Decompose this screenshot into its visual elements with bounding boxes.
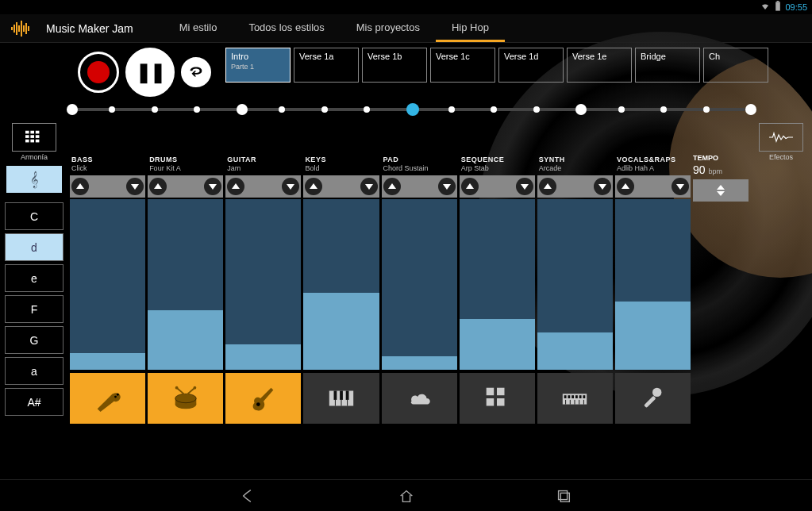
recent-apps-button[interactable] bbox=[552, 485, 575, 507]
track-instrument-button[interactable] bbox=[382, 373, 457, 424]
preset-down-button[interactable] bbox=[126, 178, 144, 195]
preset-up-button[interactable] bbox=[461, 178, 479, 195]
timeline-marker[interactable] bbox=[491, 106, 497, 113]
timeline-marker[interactable] bbox=[660, 106, 667, 113]
preset-down-button[interactable] bbox=[204, 178, 221, 195]
svg-point-26 bbox=[175, 386, 178, 390]
treble-clef-button[interactable]: 𝄞 bbox=[6, 166, 62, 193]
svg-rect-44 bbox=[575, 395, 578, 398]
timeline-marker[interactable] bbox=[703, 106, 710, 113]
status-time: 09:55 bbox=[785, 2, 807, 12]
svg-rect-37 bbox=[497, 388, 505, 396]
track-volume-slider[interactable] bbox=[225, 199, 301, 370]
nav-tab[interactable]: Todos los estilos bbox=[233, 14, 340, 42]
track-instrument-button[interactable] bbox=[70, 373, 145, 424]
loop-button[interactable] bbox=[181, 57, 211, 87]
preset-up-button[interactable] bbox=[149, 178, 167, 195]
timeline-marker[interactable] bbox=[194, 106, 200, 113]
timeline-marker[interactable] bbox=[448, 106, 455, 113]
song-part[interactable]: Verse 1b bbox=[362, 48, 427, 83]
timeline-marker[interactable] bbox=[109, 106, 115, 113]
home-button[interactable] bbox=[395, 485, 418, 507]
nav-tab[interactable]: Mi estilo bbox=[164, 14, 233, 42]
timeline-marker[interactable] bbox=[152, 106, 158, 113]
effects-button[interactable] bbox=[759, 123, 803, 152]
timeline-marker[interactable] bbox=[406, 103, 419, 116]
track-instrument-button[interactable] bbox=[303, 373, 379, 424]
track-instrument-button[interactable] bbox=[225, 373, 301, 424]
pause-button[interactable]: ❚❚ bbox=[125, 48, 175, 97]
timeline-marker[interactable] bbox=[237, 104, 248, 115]
svg-rect-14 bbox=[30, 135, 34, 138]
song-part[interactable]: IntroParte 1 bbox=[225, 48, 291, 83]
track-name: GUITAR bbox=[225, 154, 301, 164]
svg-rect-8 bbox=[25, 23, 27, 34]
preset-up-button[interactable] bbox=[71, 178, 89, 195]
harmony-grid-button[interactable] bbox=[12, 123, 56, 152]
chord-key[interactable]: a bbox=[5, 357, 63, 385]
nav-tab[interactable]: Hip Hop bbox=[436, 14, 505, 42]
preset-down-button[interactable] bbox=[360, 178, 378, 195]
timeline[interactable] bbox=[0, 108, 812, 132]
song-part[interactable]: Verse 1a bbox=[294, 48, 359, 83]
track-instrument-button[interactable] bbox=[148, 373, 223, 424]
timeline-marker[interactable] bbox=[67, 104, 78, 115]
song-part[interactable]: Bridge bbox=[635, 48, 700, 83]
preset-down-button[interactable] bbox=[672, 178, 689, 195]
track-volume-slider[interactable] bbox=[382, 199, 457, 370]
svg-rect-10 bbox=[25, 131, 29, 134]
track-volume-slider[interactable] bbox=[303, 199, 379, 370]
track-instrument-button[interactable] bbox=[460, 373, 535, 424]
chord-key[interactable]: G bbox=[5, 326, 63, 354]
preset-down-button[interactable] bbox=[516, 178, 533, 195]
preset-up-button[interactable] bbox=[305, 178, 322, 195]
tempo-stepper[interactable] bbox=[693, 179, 749, 202]
track-volume-slider[interactable] bbox=[615, 199, 691, 370]
song-part[interactable]: Verse 1d bbox=[498, 48, 564, 83]
timeline-marker[interactable] bbox=[575, 104, 587, 115]
timeline-marker[interactable] bbox=[618, 106, 625, 113]
preset-up-button[interactable] bbox=[539, 178, 556, 195]
track-instrument-button[interactable] bbox=[537, 373, 613, 424]
svg-rect-9 bbox=[28, 26, 29, 31]
svg-rect-39 bbox=[497, 398, 505, 406]
chord-key[interactable]: A# bbox=[5, 388, 63, 416]
svg-rect-1 bbox=[777, 1, 779, 2]
track-preset: Four Kit A bbox=[148, 164, 223, 175]
preset-up-button[interactable] bbox=[227, 178, 244, 195]
back-button[interactable] bbox=[238, 485, 260, 507]
song-part[interactable]: Verse 1e bbox=[567, 48, 632, 83]
preset-down-button[interactable] bbox=[438, 178, 456, 195]
tempo-column: TEMPO90bpm bbox=[693, 154, 749, 424]
track-volume-slider[interactable] bbox=[460, 199, 535, 370]
chord-key[interactable]: e bbox=[5, 264, 63, 292]
chord-key[interactable]: d bbox=[5, 233, 63, 261]
svg-rect-5 bbox=[18, 25, 20, 32]
track-volume-slider[interactable] bbox=[70, 199, 145, 370]
chord-key[interactable]: C bbox=[5, 202, 63, 230]
track-volume-slider[interactable] bbox=[537, 199, 613, 370]
preset-down-button[interactable] bbox=[594, 178, 611, 195]
track-volume-slider[interactable] bbox=[148, 199, 223, 370]
svg-rect-13 bbox=[25, 135, 29, 138]
track-instrument-button[interactable] bbox=[615, 373, 691, 424]
timeline-marker[interactable] bbox=[321, 106, 328, 113]
track-preset-selector bbox=[70, 175, 145, 198]
track-column: GUITARJam bbox=[225, 154, 301, 424]
preset-up-button[interactable] bbox=[617, 178, 634, 195]
song-part[interactable]: Verse 1c bbox=[430, 48, 495, 83]
svg-rect-7 bbox=[23, 25, 25, 32]
timeline-marker[interactable] bbox=[533, 106, 540, 113]
timeline-marker[interactable] bbox=[279, 106, 285, 113]
timeline-marker[interactable] bbox=[745, 104, 756, 115]
harmony-label: Armonía bbox=[21, 153, 48, 161]
nav-tab[interactable]: Mis proyectos bbox=[341, 14, 436, 42]
track-preset: Click bbox=[70, 164, 145, 175]
record-button[interactable] bbox=[78, 52, 119, 93]
preset-down-button[interactable] bbox=[282, 178, 299, 195]
chord-key[interactable]: F bbox=[5, 295, 63, 323]
song-part[interactable]: Ch bbox=[703, 48, 768, 83]
timeline-marker[interactable] bbox=[364, 106, 370, 113]
preset-up-button[interactable] bbox=[383, 178, 401, 195]
svg-rect-54 bbox=[558, 490, 567, 499]
